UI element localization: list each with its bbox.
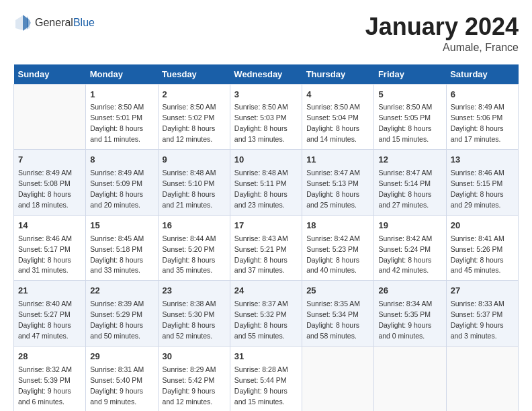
logo-general-text: General <box>35 17 73 29</box>
day-info: Sunrise: 8:40 AMSunset: 5:27 PMDaylight:… <box>18 300 72 340</box>
day-number: 14 <box>18 220 81 232</box>
calendar-table: Sunday Monday Tuesday Wednesday Thursday… <box>13 64 519 411</box>
day-info: Sunrise: 8:32 AMSunset: 5:39 PMDaylight:… <box>18 365 72 406</box>
day-cell: 2Sunrise: 8:50 AMSunset: 5:02 PMDaylight… <box>158 84 230 150</box>
day-info: Sunrise: 8:34 AMSunset: 5:35 PMDaylight:… <box>378 300 432 340</box>
day-cell: 10Sunrise: 8:48 AMSunset: 5:11 PMDayligh… <box>230 150 302 216</box>
header-row: Sunday Monday Tuesday Wednesday Thursday… <box>14 64 519 85</box>
day-number: 17 <box>234 220 298 232</box>
day-cell: 30Sunrise: 8:29 AMSunset: 5:42 PMDayligh… <box>158 346 230 411</box>
day-cell: 23Sunrise: 8:38 AMSunset: 5:30 PMDayligh… <box>158 281 230 347</box>
day-number: 31 <box>234 351 298 363</box>
day-number: 20 <box>451 220 514 232</box>
col-wednesday: Wednesday <box>230 64 302 85</box>
day-number: 16 <box>163 220 226 232</box>
day-cell: 5Sunrise: 8:50 AMSunset: 5:05 PMDaylight… <box>374 84 446 150</box>
col-thursday: Thursday <box>302 64 374 85</box>
day-cell <box>302 346 374 411</box>
day-info: Sunrise: 8:48 AMSunset: 5:11 PMDaylight:… <box>234 169 288 209</box>
day-number: 19 <box>378 220 441 232</box>
col-sunday: Sunday <box>14 64 86 85</box>
day-cell: 14Sunrise: 8:46 AMSunset: 5:17 PMDayligh… <box>14 215 86 281</box>
day-cell <box>446 346 518 411</box>
day-number: 30 <box>163 351 226 363</box>
day-cell: 6Sunrise: 8:49 AMSunset: 5:06 PMDaylight… <box>446 84 518 150</box>
day-info: Sunrise: 8:31 AMSunset: 5:40 PMDaylight:… <box>90 365 144 406</box>
day-info: Sunrise: 8:38 AMSunset: 5:30 PMDaylight:… <box>163 300 216 340</box>
day-cell: 3Sunrise: 8:50 AMSunset: 5:03 PMDaylight… <box>230 84 302 150</box>
day-number: 1 <box>90 89 153 101</box>
day-info: Sunrise: 8:29 AMSunset: 5:42 PMDaylight:… <box>163 365 216 406</box>
col-friday: Friday <box>374 64 446 85</box>
day-info: Sunrise: 8:48 AMSunset: 5:10 PMDaylight:… <box>163 169 216 209</box>
day-cell: 9Sunrise: 8:48 AMSunset: 5:10 PMDaylight… <box>158 150 230 216</box>
day-cell: 15Sunrise: 8:45 AMSunset: 5:18 PMDayligh… <box>86 215 158 281</box>
title-block: January 2024 Aumale, France <box>365 13 519 54</box>
day-number: 27 <box>451 285 514 298</box>
day-cell: 19Sunrise: 8:42 AMSunset: 5:24 PMDayligh… <box>374 215 446 281</box>
day-number: 13 <box>451 154 514 167</box>
day-cell: 8Sunrise: 8:49 AMSunset: 5:09 PMDaylight… <box>86 150 158 216</box>
day-cell: 27Sunrise: 8:33 AMSunset: 5:37 PMDayligh… <box>446 281 518 347</box>
day-info: Sunrise: 8:47 AMSunset: 5:14 PMDaylight:… <box>378 169 432 209</box>
day-info: Sunrise: 8:45 AMSunset: 5:18 PMDaylight:… <box>90 234 144 275</box>
day-number: 2 <box>163 89 226 101</box>
day-info: Sunrise: 8:50 AMSunset: 5:04 PMDaylight:… <box>306 103 360 143</box>
day-info: Sunrise: 8:42 AMSunset: 5:23 PMDaylight:… <box>306 234 360 275</box>
day-number: 12 <box>378 154 441 167</box>
page-header: GeneralBlue January 2024 Aumale, France <box>13 13 519 54</box>
day-info: Sunrise: 8:49 AMSunset: 5:06 PMDaylight:… <box>451 103 504 143</box>
day-info: Sunrise: 8:50 AMSunset: 5:03 PMDaylight:… <box>234 103 288 143</box>
day-number: 9 <box>163 154 226 167</box>
logo: GeneralBlue <box>13 13 95 32</box>
day-info: Sunrise: 8:46 AMSunset: 5:15 PMDaylight:… <box>451 169 504 209</box>
day-cell: 29Sunrise: 8:31 AMSunset: 5:40 PMDayligh… <box>86 346 158 411</box>
day-number: 24 <box>234 285 298 298</box>
week-row-2: 7Sunrise: 8:49 AMSunset: 5:08 PMDaylight… <box>14 150 519 216</box>
day-number: 7 <box>18 154 81 167</box>
day-cell: 22Sunrise: 8:39 AMSunset: 5:29 PMDayligh… <box>86 281 158 347</box>
day-number: 15 <box>90 220 153 232</box>
day-cell <box>374 346 446 411</box>
day-cell: 21Sunrise: 8:40 AMSunset: 5:27 PMDayligh… <box>14 281 86 347</box>
day-cell: 18Sunrise: 8:42 AMSunset: 5:23 PMDayligh… <box>302 215 374 281</box>
day-cell: 1Sunrise: 8:50 AMSunset: 5:01 PMDaylight… <box>86 84 158 150</box>
day-info: Sunrise: 8:50 AMSunset: 5:02 PMDaylight:… <box>163 103 216 143</box>
day-number: 5 <box>378 89 441 101</box>
day-cell: 20Sunrise: 8:41 AMSunset: 5:26 PMDayligh… <box>446 215 518 281</box>
day-cell: 13Sunrise: 8:46 AMSunset: 5:15 PMDayligh… <box>446 150 518 216</box>
day-number: 29 <box>90 351 153 363</box>
col-saturday: Saturday <box>446 64 518 85</box>
day-cell: 28Sunrise: 8:32 AMSunset: 5:39 PMDayligh… <box>14 346 86 411</box>
day-number: 21 <box>18 285 81 298</box>
col-monday: Monday <box>86 64 158 85</box>
day-info: Sunrise: 8:41 AMSunset: 5:26 PMDaylight:… <box>451 234 504 275</box>
day-cell: 7Sunrise: 8:49 AMSunset: 5:08 PMDaylight… <box>14 150 86 216</box>
day-cell <box>14 84 86 150</box>
day-cell: 12Sunrise: 8:47 AMSunset: 5:14 PMDayligh… <box>374 150 446 216</box>
logo-icon <box>13 13 32 32</box>
day-cell: 31Sunrise: 8:28 AMSunset: 5:44 PMDayligh… <box>230 346 302 411</box>
day-number: 4 <box>306 89 369 101</box>
day-cell: 25Sunrise: 8:35 AMSunset: 5:34 PMDayligh… <box>302 281 374 347</box>
day-cell: 26Sunrise: 8:34 AMSunset: 5:35 PMDayligh… <box>374 281 446 347</box>
day-number: 22 <box>90 285 153 298</box>
logo-blue-text: Blue <box>73 17 95 29</box>
col-tuesday: Tuesday <box>158 64 230 85</box>
week-row-5: 28Sunrise: 8:32 AMSunset: 5:39 PMDayligh… <box>14 346 519 411</box>
logo-text: GeneralBlue <box>35 17 95 29</box>
week-row-1: 1Sunrise: 8:50 AMSunset: 5:01 PMDaylight… <box>14 84 519 150</box>
day-number: 26 <box>378 285 441 298</box>
day-info: Sunrise: 8:39 AMSunset: 5:29 PMDaylight:… <box>90 300 144 340</box>
day-cell: 24Sunrise: 8:37 AMSunset: 5:32 PMDayligh… <box>230 281 302 347</box>
day-number: 28 <box>18 351 81 363</box>
day-info: Sunrise: 8:42 AMSunset: 5:24 PMDaylight:… <box>378 234 432 275</box>
day-info: Sunrise: 8:35 AMSunset: 5:34 PMDaylight:… <box>306 300 360 340</box>
day-info: Sunrise: 8:37 AMSunset: 5:32 PMDaylight:… <box>234 300 288 340</box>
day-number: 25 <box>306 285 369 298</box>
location-text: Aumale, France <box>365 42 519 54</box>
day-number: 18 <box>306 220 369 232</box>
day-cell: 17Sunrise: 8:43 AMSunset: 5:21 PMDayligh… <box>230 215 302 281</box>
day-info: Sunrise: 8:33 AMSunset: 5:37 PMDaylight:… <box>451 300 504 340</box>
day-number: 6 <box>451 89 514 101</box>
